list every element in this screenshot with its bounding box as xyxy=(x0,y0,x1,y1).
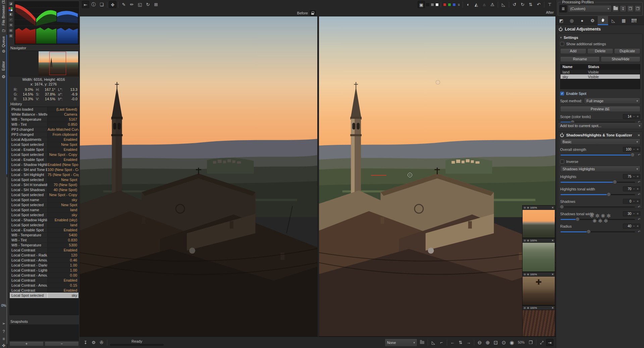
pan-icon[interactable]: ✜ xyxy=(1,343,7,348)
slider-thumb[interactable] xyxy=(631,153,635,157)
history-row[interactable]: Local Contrast - Lightness1.00 xyxy=(10,268,78,273)
detail-zoom-out-icon[interactable]: ⊖ xyxy=(524,273,526,276)
history-row[interactable]: Local ContrastEnabled xyxy=(10,288,78,293)
hand-tool-button[interactable]: ✥ xyxy=(109,1,116,8)
crop-button[interactable]: ◱ xyxy=(136,1,144,8)
plus-icon[interactable]: + xyxy=(637,115,639,118)
navigator-view-rectangle[interactable] xyxy=(49,52,66,75)
adjustment-slider[interactable]: ↶ xyxy=(560,180,640,184)
spot-method-select[interactable]: Full image ▾ xyxy=(584,98,640,104)
detail-window-1[interactable]: ⊖ ⊕ 100% ✕ xyxy=(522,205,555,238)
overall-strength-spinner[interactable]: 100 − + xyxy=(623,147,640,152)
focus-mask-button[interactable]: ◐ xyxy=(465,1,472,8)
filter-sliders-icon[interactable]: ≡ xyxy=(1,337,7,341)
minus-icon[interactable]: − xyxy=(633,115,635,118)
close-icon[interactable]: ✕ xyxy=(551,273,554,276)
spot-boundary-line[interactable] xyxy=(371,175,386,176)
perspective-button[interactable]: ⊞ xyxy=(152,1,160,8)
local-spot-marker[interactable] xyxy=(436,80,440,84)
reset-icon[interactable]: ↶ xyxy=(638,230,640,233)
additional-settings-checkbox[interactable] xyxy=(560,42,564,46)
flip-vertical-button[interactable]: ⇅ xyxy=(527,1,534,8)
histogram-mode-luma-icon[interactable]: ◪ xyxy=(8,1,13,6)
tab-advanced[interactable]: ❂ xyxy=(587,16,598,25)
history-scrollbar[interactable] xyxy=(6,177,7,344)
close-icon[interactable]: ✕ xyxy=(551,306,554,309)
spot-row[interactable]: landVisible xyxy=(560,69,640,74)
tab-raw[interactable]: ▦ xyxy=(619,16,629,25)
reset-icon[interactable]: ↶ xyxy=(638,180,640,184)
navigator-thumbnail[interactable] xyxy=(9,51,79,76)
close-icon[interactable]: ✕ xyxy=(551,239,554,242)
tab-local-adjustments[interactable] xyxy=(598,16,608,25)
detail-window-4[interactable]: ⊖ ⊕ 100% ✕ xyxy=(522,305,555,337)
history-row[interactable]: Local - Enable SpotEnabled xyxy=(10,228,78,233)
history-row[interactable]: Local Spot selectedland xyxy=(10,223,78,228)
tool-header[interactable]: Shadows/Highlights & Tone Equalizer ✕ xyxy=(560,133,640,137)
slider-thumb[interactable] xyxy=(587,230,591,234)
minus-icon[interactable]: − xyxy=(633,175,635,178)
plus-icon[interactable]: + xyxy=(637,224,639,228)
save-profile-button[interactable]: ↧ xyxy=(620,5,626,12)
local-spot-center[interactable] xyxy=(408,173,412,177)
history-row[interactable]: Local Spot selectedsky xyxy=(10,293,78,298)
history-row[interactable]: WB - Tint0.830 xyxy=(10,238,78,243)
minus-icon[interactable]: − xyxy=(633,199,635,203)
history-list[interactable]: Photo loaded(Last Saved) White Balance -… xyxy=(9,107,79,315)
bg-white-swatch[interactable] xyxy=(435,3,439,6)
zoom-in-button[interactable]: ⊕ xyxy=(484,339,491,346)
fullscreen-button[interactable]: ⤢ xyxy=(538,339,545,346)
plus-icon[interactable]: + xyxy=(637,199,639,203)
detail-zoom-in-icon[interactable]: ⊕ xyxy=(527,273,529,276)
slider-thumb[interactable] xyxy=(607,192,611,196)
adjustment-slider[interactable]: ↶ xyxy=(560,192,640,197)
tab-editor[interactable]: Editor xyxy=(1,61,5,71)
slider-spinner[interactable]: 70 − + xyxy=(623,186,640,191)
rotate-left-button[interactable]: ↺ xyxy=(511,1,518,8)
history-row[interactable]: Local - SH Shadows40 (New Spot) xyxy=(10,187,78,192)
scope-spinner[interactable]: 14 − + xyxy=(623,114,640,119)
reset-rotation-button[interactable]: ↶ xyxy=(535,1,542,8)
overall-strength-slider[interactable]: ↶ xyxy=(560,153,640,157)
power-icon[interactable] xyxy=(559,27,562,31)
detail-zoom-out-icon[interactable]: ⊖ xyxy=(524,306,526,309)
next-image-button[interactable]: → xyxy=(465,339,472,346)
plus-icon[interactable]: + xyxy=(637,148,639,151)
plus-icon[interactable]: + xyxy=(637,187,639,191)
history-row[interactable]: Local Spot selectedNew Spot - Copy xyxy=(10,152,78,157)
history-row[interactable]: Local Spot selectedNew Spot xyxy=(10,142,78,147)
histogram-mode-chroma-icon[interactable]: ◧ xyxy=(8,12,13,17)
background-color-button[interactable]: ▣ xyxy=(418,1,425,8)
remove-snapshot-button[interactable]: − xyxy=(45,341,79,346)
history-row[interactable]: Local - SH H tonalwidth70 (New Spot) xyxy=(10,182,78,187)
histogram-panel[interactable] xyxy=(14,1,79,45)
histogram-mode-parade-icon[interactable]: ⊞ xyxy=(8,23,13,27)
add-tool-select[interactable]: Add tool to current spot... ▾ xyxy=(558,122,643,129)
history-row[interactable]: Local - Enable SpotEnabled xyxy=(10,157,78,162)
info-button[interactable]: ⓘ xyxy=(90,1,97,8)
before-after-toggle-button[interactable]: ❏ xyxy=(98,1,105,8)
slider-spinner[interactable]: 40 − + xyxy=(623,224,640,229)
add-snapshot-button[interactable]: + xyxy=(9,341,44,346)
history-row[interactable]: Local Contrast - Amount0.15 xyxy=(10,283,78,288)
zoom-fit-button[interactable]: ⊡ xyxy=(492,339,499,346)
spot-row[interactable]: skyVisible xyxy=(560,74,640,79)
bg-gray-swatch[interactable] xyxy=(431,3,434,6)
history-row[interactable]: Local AdjustmentsEnabled xyxy=(10,137,78,142)
bg-dark-swatch[interactable] xyxy=(426,3,429,6)
gamut-check-button[interactable]: ⌐ xyxy=(438,339,445,346)
luminosity-channel-button[interactable]: 1 xyxy=(457,3,461,6)
slider-thumb[interactable] xyxy=(560,205,564,209)
detail-zoom-out-icon[interactable]: ⊖ xyxy=(524,206,526,209)
detail-zoom-in-icon[interactable]: ⊕ xyxy=(527,306,529,309)
minus-icon[interactable]: − xyxy=(633,224,635,228)
history-row[interactable]: Photo loaded(Last Saved) xyxy=(10,107,78,112)
history-row[interactable]: Local Contrast - Darkness1.00 xyxy=(10,263,78,268)
detail-zoom-out-icon[interactable]: ⊖ xyxy=(524,239,526,242)
history-row[interactable]: Local - SH Highlight75 (New Spot - Copy) xyxy=(10,172,78,177)
wb-picker-button[interactable]: ✏ xyxy=(128,1,136,8)
histogram-mode-bar-icon[interactable]: ✓ xyxy=(8,17,13,22)
showhide-spot-button[interactable]: Show/Hide xyxy=(601,56,640,62)
history-row[interactable]: Local ContrastEnabled xyxy=(10,278,78,283)
complexity-select[interactable]: Basic ▾ xyxy=(560,138,640,145)
